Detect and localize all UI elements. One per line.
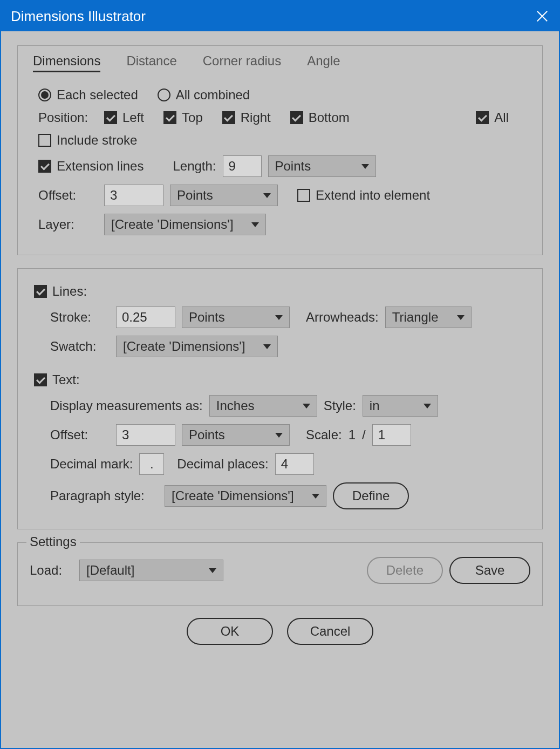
checkbox-bottom[interactable]: Bottom <box>290 110 350 125</box>
stroke-unit-select[interactable]: Points <box>182 307 290 328</box>
paragraph-style-label: Paragraph style: <box>50 488 158 503</box>
swatch-label: Swatch: <box>50 339 110 354</box>
scale-label: Scale: <box>306 427 342 442</box>
lines-text-panel: Lines: Stroke: Points Arrowheads: Triang… <box>17 268 543 529</box>
tabs: Dimensions Distance Corner radius Angle <box>31 53 529 72</box>
offset-label: Offset: <box>38 188 98 203</box>
checkmark-icon <box>104 111 117 124</box>
scale-slash: / <box>362 427 366 442</box>
checkmark-icon <box>34 373 47 386</box>
content: Dimensions Distance Corner radius Angle … <box>1 31 559 656</box>
define-button[interactable]: Define <box>333 482 409 509</box>
style-label: Style: <box>324 398 356 413</box>
swatch-select[interactable]: [Create 'Dimensions'] <box>116 336 278 357</box>
dimensions-panel: Dimensions Distance Corner radius Angle … <box>17 45 543 255</box>
checkbox-all[interactable]: All <box>476 110 509 125</box>
arrowheads-select[interactable]: Triangle <box>385 307 472 328</box>
position-label: Position: <box>38 110 98 125</box>
decimal-places-input[interactable] <box>275 453 314 475</box>
checkmark-icon <box>290 111 303 124</box>
checkmark-icon <box>34 285 47 298</box>
checkbox-right[interactable]: Right <box>222 110 271 125</box>
load-select[interactable]: [Default] <box>79 560 223 581</box>
layer-label: Layer: <box>38 217 98 232</box>
checkbox-left[interactable]: Left <box>104 110 144 125</box>
delete-button: Delete <box>367 557 443 584</box>
checkbox-top[interactable]: Top <box>163 110 203 125</box>
chevron-down-icon <box>275 315 283 320</box>
tab-dimensions[interactable]: Dimensions <box>33 53 100 72</box>
radio-label: Each selected <box>57 87 138 103</box>
offset-input[interactable] <box>104 185 163 206</box>
load-label: Load: <box>30 563 73 578</box>
stroke-input[interactable] <box>116 307 175 328</box>
chevron-down-icon <box>263 344 271 349</box>
settings-fieldset: Settings Load: [Default] Delete Save <box>17 542 543 606</box>
chevron-down-icon <box>361 164 369 169</box>
window-title: Dimensions Illustrator <box>11 8 146 25</box>
checkmark-icon <box>222 111 235 124</box>
decimal-places-label: Decimal places: <box>177 457 268 472</box>
titlebar: Dimensions Illustrator <box>1 1 559 31</box>
chevron-down-icon <box>312 494 319 499</box>
tab-angle[interactable]: Angle <box>307 53 340 72</box>
tab-corner-radius[interactable]: Corner radius <box>203 53 281 72</box>
chevron-down-icon <box>303 404 310 408</box>
length-label: Length: <box>173 159 216 174</box>
footer-buttons: OK Cancel <box>17 618 543 645</box>
checkbox-include-stroke[interactable]: Include stroke <box>38 133 137 148</box>
chevron-down-icon <box>424 404 431 408</box>
checkbox-empty-icon <box>297 189 310 202</box>
chevron-down-icon <box>263 193 271 198</box>
save-button[interactable]: Save <box>449 557 530 584</box>
settings-legend: Settings <box>26 534 80 549</box>
style-select[interactable]: in <box>363 395 438 417</box>
layer-select[interactable]: [Create 'Dimensions'] <box>104 214 266 235</box>
radio-all-combined[interactable]: All combined <box>158 87 250 103</box>
paragraph-style-select[interactable]: [Create 'Dimensions'] <box>165 485 326 507</box>
radio-label: All combined <box>176 87 250 103</box>
tab-distance[interactable]: Distance <box>126 53 176 72</box>
offset-unit-select[interactable]: Points <box>170 185 278 206</box>
text-offset-unit-select[interactable]: Points <box>182 424 290 446</box>
checkmark-icon <box>476 111 489 124</box>
ok-button[interactable]: OK <box>187 618 273 645</box>
chevron-down-icon <box>209 568 216 573</box>
radio-each-selected[interactable]: Each selected <box>38 87 138 103</box>
chevron-down-icon <box>275 433 283 438</box>
display-as-label: Display measurements as: <box>50 398 203 413</box>
stroke-label: Stroke: <box>50 310 110 325</box>
checkbox-empty-icon <box>38 134 51 147</box>
radio-dot-icon <box>38 88 51 101</box>
arrowheads-label: Arrowheads: <box>306 310 379 325</box>
display-as-select[interactable]: Inches <box>209 395 317 417</box>
scale-denominator-input[interactable] <box>372 424 411 446</box>
text-offset-label: Offset: <box>50 427 110 442</box>
length-input[interactable] <box>223 155 262 177</box>
text-offset-input[interactable] <box>116 424 175 446</box>
length-unit-select[interactable]: Points <box>268 155 376 177</box>
checkmark-icon <box>163 111 176 124</box>
decimal-mark-label: Decimal mark: <box>50 457 133 472</box>
cancel-button[interactable]: Cancel <box>287 618 373 645</box>
checkmark-icon <box>38 160 51 173</box>
scale-numerator: 1 <box>349 427 356 442</box>
decimal-mark-input[interactable] <box>139 453 164 475</box>
checkbox-text[interactable]: Text: <box>34 372 80 387</box>
checkbox-lines[interactable]: Lines: <box>34 284 87 299</box>
close-icon[interactable] <box>535 9 549 23</box>
chevron-down-icon <box>251 222 259 227</box>
checkbox-extension-lines[interactable]: Extension lines <box>38 159 144 174</box>
chevron-down-icon <box>457 315 465 320</box>
radio-circle-icon <box>158 88 170 101</box>
dialog-window: Dimensions Illustrator Dimensions Distan… <box>0 0 560 749</box>
checkbox-extend-into-element[interactable]: Extend into element <box>297 188 430 203</box>
